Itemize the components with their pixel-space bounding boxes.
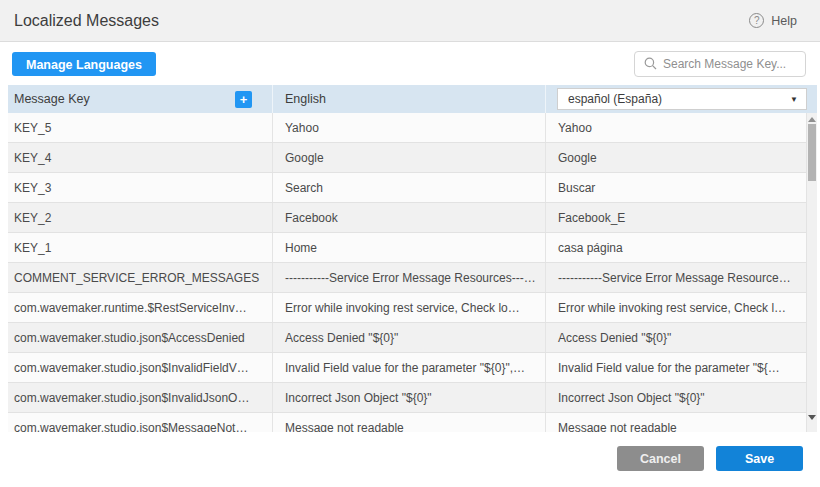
message-key-cell[interactable]: KEY_1 (8, 233, 273, 262)
scrollbar-thumb[interactable] (808, 124, 816, 181)
table-row[interactable]: COMMENT_SERVICE_ERROR_MESSAGES ---------… (8, 263, 806, 293)
translation-cell[interactable]: -----------Service Error Message Resourc… (546, 263, 806, 292)
message-key-cell[interactable]: com.wavemaker.runtime.$RestServiceInv… (8, 293, 273, 322)
message-key-header-label: Message Key (14, 92, 90, 106)
vertical-scrollbar[interactable] (806, 113, 817, 432)
save-button[interactable]: Save (716, 446, 803, 471)
translation-cell[interactable]: Google (546, 143, 806, 172)
translation-cell[interactable]: Error while invoking rest service, Check… (546, 293, 806, 322)
message-key-cell[interactable]: com.wavemaker.studio.json$InvalidJsonO… (8, 383, 273, 412)
table-row[interactable]: KEY_4 Google Google (8, 143, 806, 173)
table-row[interactable]: com.wavemaker.studio.json$MessageNot… Me… (8, 413, 806, 432)
table-row[interactable]: com.wavemaker.studio.json$AccessDenied A… (8, 323, 806, 353)
message-key-cell[interactable]: com.wavemaker.studio.json$MessageNot… (8, 413, 273, 432)
help-link[interactable]: ? Help (749, 13, 797, 28)
message-key-cell[interactable]: KEY_3 (8, 173, 273, 202)
english-header-label: English (285, 92, 326, 106)
english-cell[interactable]: Google (273, 143, 546, 172)
english-cell[interactable]: Access Denied "${0}" (273, 323, 546, 352)
translation-cell[interactable]: Message not readable (546, 413, 806, 432)
message-key-cell[interactable]: KEY_4 (8, 143, 273, 172)
message-key-cell[interactable]: com.wavemaker.studio.json$AccessDenied (8, 323, 273, 352)
translation-cell[interactable]: Incorrect Json Object "${0}" (546, 383, 806, 412)
table-row[interactable]: com.wavemaker.runtime.$RestServiceInv… E… (8, 293, 806, 323)
cancel-button[interactable]: Cancel (617, 446, 704, 471)
table-row[interactable]: KEY_3 Search Buscar (8, 173, 806, 203)
english-cell[interactable]: Home (273, 233, 546, 262)
language-select[interactable]: español (España) ▼ (557, 88, 807, 110)
messages-table: Message Key + English español (España) ▼… (8, 85, 817, 432)
message-key-cell[interactable]: KEY_2 (8, 203, 273, 232)
search-icon (644, 57, 657, 70)
language-select-value: español (España) (568, 92, 790, 106)
add-language-button[interactable]: + (235, 91, 252, 108)
english-cell[interactable]: Invalid Field value for the parameter "$… (273, 353, 546, 382)
help-label: Help (771, 14, 797, 28)
caret-down-icon: ▼ (790, 95, 798, 104)
message-key-cell[interactable]: KEY_5 (8, 113, 273, 142)
table-row[interactable]: KEY_5 Yahoo Yahoo (8, 113, 806, 143)
english-cell[interactable]: Error while invoking rest service, Check… (273, 293, 546, 322)
table-row[interactable]: com.wavemaker.studio.json$InvalidJsonO… … (8, 383, 806, 413)
table-body: KEY_5 Yahoo Yahoo KEY_4 Google Google KE… (8, 113, 806, 432)
dialog-header: Localized Messages ? Help (0, 0, 820, 42)
english-cell[interactable]: Yahoo (273, 113, 546, 142)
translation-cell[interactable]: Access Denied "${0}" (546, 323, 806, 352)
manage-languages-button[interactable]: Manage Languages (12, 52, 156, 76)
table-header-row: Message Key + English español (España) ▼ (8, 85, 817, 113)
english-cell[interactable]: Search (273, 173, 546, 202)
column-header-language: español (España) ▼ (546, 85, 817, 113)
english-cell[interactable]: Incorrect Json Object "${0}" (273, 383, 546, 412)
search-input[interactable] (663, 57, 797, 71)
scroll-up-icon[interactable] (808, 117, 816, 122)
column-header-message-key: Message Key + (8, 85, 273, 113)
translation-cell[interactable]: Buscar (546, 173, 806, 202)
help-icon: ? (749, 13, 764, 28)
translation-cell[interactable]: Invalid Field value for the parameter "$… (546, 353, 806, 382)
table-row[interactable]: KEY_1 Home casa página (8, 233, 806, 263)
english-cell[interactable]: -----------Service Error Message Resourc… (273, 263, 546, 292)
table-row[interactable]: com.wavemaker.studio.json$InvalidFieldV…… (8, 353, 806, 383)
table-body-wrap: KEY_5 Yahoo Yahoo KEY_4 Google Google KE… (8, 113, 817, 432)
translation-cell[interactable]: casa página (546, 233, 806, 262)
message-key-cell[interactable]: COMMENT_SERVICE_ERROR_MESSAGES (8, 263, 273, 292)
toolbar: Manage Languages (0, 42, 820, 85)
scroll-down-icon[interactable] (808, 415, 816, 420)
page-title: Localized Messages (14, 12, 159, 30)
message-key-cell[interactable]: com.wavemaker.studio.json$InvalidFieldV… (8, 353, 273, 382)
translation-cell[interactable]: Yahoo (546, 113, 806, 142)
translation-cell[interactable]: Facebook_E (546, 203, 806, 232)
english-cell[interactable]: Message not readable (273, 413, 546, 432)
column-header-english: English (273, 85, 546, 113)
localized-messages-dialog: Localized Messages ? Help Manage Languag… (0, 0, 820, 487)
table-row[interactable]: KEY_2 Facebook Facebook_E (8, 203, 806, 233)
search-box[interactable] (634, 51, 806, 77)
english-cell[interactable]: Facebook (273, 203, 546, 232)
dialog-footer: Cancel Save (0, 432, 820, 487)
